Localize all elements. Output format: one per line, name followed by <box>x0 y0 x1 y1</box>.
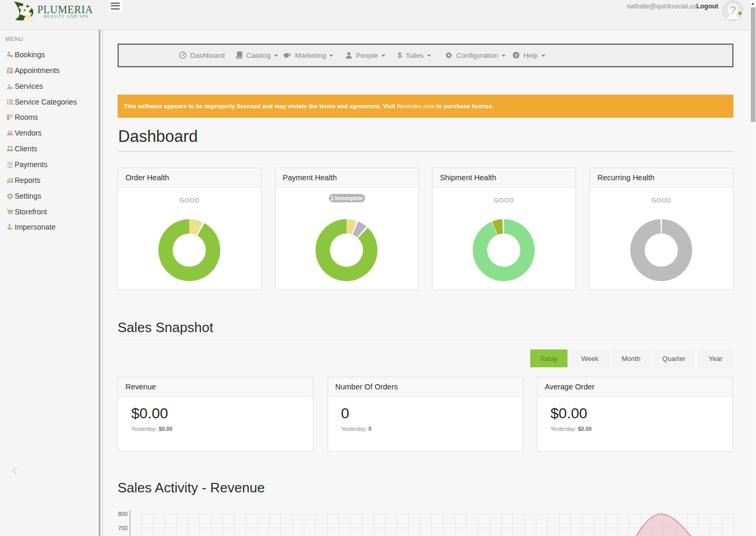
svg-text:700: 700 <box>118 525 128 531</box>
svg-text:?: ? <box>730 4 736 16</box>
svg-text:800: 800 <box>118 511 128 517</box>
